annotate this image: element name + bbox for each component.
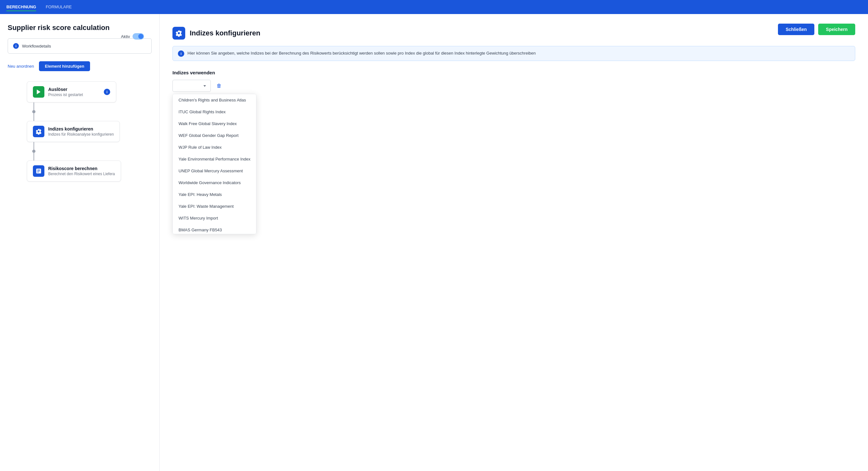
node-indizes-text: Indizes konfigurieren Indizes für Risiko… [48,126,114,137]
node-risikoscore-text: Risikoscore berechnen Berechnet den Risi… [48,166,115,176]
right-panel-title: Indizes konfigurieren [190,29,260,37]
page-title: Supplier risk score calculation [8,24,152,32]
ausloser-icon [33,86,44,98]
indizes-title: Indizes konfigurieren [48,126,114,132]
left-panel-header: Supplier risk score calculation Aktiv [8,24,152,32]
top-nav: BERECHNUNG FORMULARE [0,0,868,14]
dropdown-option-2[interactable]: Walk Free Global Slavery Index [173,118,256,130]
node-ausloser-text: Auslöser Prozess ist gestartet [48,87,83,97]
indizes-dropdown[interactable] [173,80,211,92]
dropdown-option-0[interactable]: Children's Rights and Business Atlas [173,94,256,106]
indizes-icon [33,126,44,137]
speichern-button[interactable]: Speichern [818,24,855,35]
ausloser-sub: Prozess ist gestartet [48,93,83,97]
info-banner: i Hier können Sie angeben, welche Indize… [173,46,855,61]
indizes-label: Indizes verwenden [173,70,855,75]
dropdown-row: 🗑 Children's Rights and Business AtlasIT… [173,80,855,92]
info-banner-icon: i [178,51,184,57]
delete-row-button[interactable]: 🗑 [214,82,224,90]
svg-marker-0 [37,90,40,95]
ausloser-title: Auslöser [48,87,83,92]
connector-dot-2 [32,150,35,153]
dropdown-option-10[interactable]: WITS Mercury Import [173,212,256,224]
left-panel: Supplier risk score calculation Aktiv i … [0,14,160,471]
connector-1 [32,102,35,121]
nav-berechnung[interactable]: BERECHNUNG [6,3,36,11]
ausloser-info-badge: i [104,89,110,95]
connector-dot-1 [32,110,35,113]
gear-icon-box [173,27,185,40]
dropdown-option-11[interactable]: BMAS Germany FB543 [173,224,256,234]
node-ausloser[interactable]: Auslöser Prozess ist gestartet i [27,81,116,102]
aktiv-label: Aktiv [121,34,130,39]
indizes-section: Indizes verwenden 🗑 Children's Rights an… [173,70,855,92]
main-layout: Supplier risk score calculation Aktiv i … [0,14,868,471]
dropdown-menu[interactable]: Children's Rights and Business AtlasITUC… [173,94,256,234]
dropdown-option-5[interactable]: Yale Environmental Performance Index [173,153,256,165]
right-panel: Schließen Speichern Indizes konfiguriere… [160,14,868,471]
workflow-nodes: Auslöser Prozess ist gestartet i [8,81,152,181]
element-hinzufuegen-button[interactable]: Element hinzufügen [39,61,90,71]
aktiv-toggle[interactable] [132,33,144,40]
dropdown-option-9[interactable]: Yale EPI: Waste Management [173,200,256,212]
risikoscore-sub: Berechnet den Risikowert eines Liefera [48,172,115,176]
connector-line-1b [34,113,34,121]
dropdown-option-7[interactable]: Worldwide Governance Indicators [173,177,256,189]
nav-formulare[interactable]: FORMULARE [46,3,72,11]
schliessen-button[interactable]: Schließen [778,24,814,35]
dropdown-arrow-icon [204,85,206,87]
risikoscore-title: Risikoscore berechnen [48,166,115,171]
dropdown-option-3[interactable]: WEF Global Gender Gap Report [173,130,256,141]
dropdown-option-4[interactable]: WJP Rule of Law Index [173,141,256,153]
dropdown-option-1[interactable]: ITUC Global Rights Index [173,106,256,118]
node-risikoscore[interactable]: Risikoscore berechnen Berechnet den Risi… [27,161,121,181]
dropdown-option-6[interactable]: UNEP Global Mercury Assessment [173,165,256,177]
connector-line-1 [34,102,34,110]
action-row: Neu anordnen Element hinzufügen [8,61,152,71]
aktiv-row: Aktiv [121,33,144,40]
workflow-details-label: Workflowdetails [22,44,51,48]
indizes-sub: Indizes für Risikoanalyse konfigurieren [48,132,114,137]
info-banner-text: Hier können Sie angeben, welche Indizes … [187,50,535,57]
workflow-details-box[interactable]: i Workflowdetails [8,38,152,54]
node-indizes[interactable]: Indizes konfigurieren Indizes für Risiko… [27,121,120,142]
dropdown-option-8[interactable]: Yale EPI: Heavy Metals [173,189,256,200]
neu-anordnen-button[interactable]: Neu anordnen [8,64,34,69]
risikoscore-icon [33,165,44,177]
right-panel-header: Indizes konfigurieren [173,27,855,40]
connector-line-2b [34,153,34,161]
right-top-buttons: Schließen Speichern [778,24,855,35]
connector-line-2 [34,142,34,150]
workflow-info-icon: i [13,43,19,49]
connector-2 [32,142,35,161]
